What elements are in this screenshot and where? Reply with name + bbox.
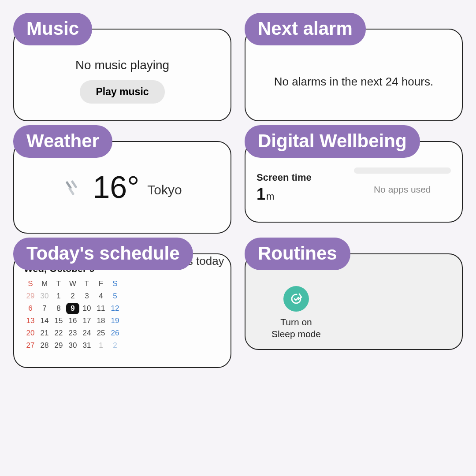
sleep-mode-icon — [283, 286, 309, 312]
calendar-weekday-header: T — [52, 278, 65, 290]
calendar-day[interactable]: 20 — [24, 327, 37, 339]
calendar-day[interactable]: 12 — [108, 303, 122, 314]
screen-time-value: 1m — [257, 185, 354, 204]
calendar-day[interactable]: 7 — [38, 303, 51, 314]
screen-time-unit: m — [266, 191, 274, 202]
music-widget: Music No music playing Play music — [13, 29, 231, 121]
routines-widget: Routines Turn on Sleep mode — [245, 253, 463, 368]
calendar-day[interactable]: 16 — [66, 315, 79, 327]
calendar-day[interactable]: 19 — [108, 315, 122, 327]
calendar-day[interactable]: 1 — [94, 340, 108, 351]
calendar-day[interactable]: 8 — [52, 303, 65, 314]
calendar-day[interactable]: 29 — [52, 340, 65, 351]
weather-temperature: 16° — [93, 170, 139, 205]
wellbeing-title-pill: Digital Wellbeing — [245, 125, 420, 158]
calendar-day[interactable]: 2 — [108, 340, 122, 351]
music-title-pill: Music — [13, 13, 92, 45]
rain-icon — [63, 176, 85, 198]
widget-grid: Music No music playing Play music Next a… — [0, 0, 476, 381]
weather-title-pill: Weather — [13, 125, 112, 158]
schedule-widget: Today's schedule Wed, October 9 SMTWTFS2… — [13, 253, 231, 368]
calendar-day[interactable]: 24 — [80, 327, 93, 339]
routine-sleep-mode[interactable]: Turn on Sleep mode — [259, 286, 334, 340]
calendar-day[interactable]: 2 — [66, 290, 79, 302]
calendar-day[interactable]: 17 — [80, 315, 93, 327]
calendar-weekday-header: S — [24, 278, 37, 290]
calendar-weekday-header: M — [38, 278, 51, 290]
svg-line-0 — [67, 182, 71, 188]
calendar-day[interactable]: 10 — [80, 303, 93, 314]
svg-line-1 — [72, 182, 76, 187]
calendar-day[interactable]: 29 — [24, 290, 37, 302]
music-status-text: No music playing — [75, 58, 169, 72]
routine-label-line2: Sleep mode — [271, 329, 321, 339]
calendar-day[interactable]: 30 — [66, 340, 79, 351]
calendar-day[interactable]: 6 — [24, 303, 37, 314]
routine-label: Turn on Sleep mode — [271, 316, 321, 340]
schedule-title-pill: Today's schedule — [13, 238, 193, 270]
screen-time-label: Screen time — [257, 172, 354, 183]
calendar-day[interactable]: 13 — [24, 315, 37, 327]
wellbeing-widget: Digital Wellbeing Screen time 1m No apps… — [245, 141, 463, 234]
calendar-day[interactable]: 30 — [38, 290, 51, 302]
calendar-day[interactable]: 22 — [52, 327, 65, 339]
calendar-day-today[interactable]: 9 — [66, 303, 79, 314]
calendar-day[interactable]: 11 — [94, 303, 108, 314]
calendar-day[interactable]: 27 — [24, 340, 37, 351]
no-apps-text: No apps used — [374, 184, 431, 195]
calendar-weekday-header: W — [66, 278, 79, 290]
calendar-day[interactable]: 28 — [38, 340, 51, 351]
usage-bar — [354, 167, 451, 174]
calendar-weekday-header: T — [80, 278, 93, 290]
schedule-card[interactable]: Wed, October 9 SMTWTFS293012345678910111… — [13, 253, 231, 368]
calendar-day[interactable]: 25 — [94, 327, 108, 339]
wellbeing-left: Screen time 1m — [257, 172, 354, 204]
calendar-day[interactable]: 4 — [94, 290, 108, 302]
calendar-grid[interactable]: SMTWTFS293012345678910111213141516171819… — [24, 278, 129, 351]
wellbeing-right: No apps used — [354, 172, 451, 195]
calendar-day[interactable]: 18 — [94, 315, 108, 327]
play-music-button[interactable]: Play music — [80, 80, 164, 104]
calendar-day[interactable]: 31 — [80, 340, 93, 351]
calendar-day[interactable]: 21 — [38, 327, 51, 339]
routines-title-pill: Routines — [245, 238, 350, 270]
calendar-day[interactable]: 1 — [52, 290, 65, 302]
calendar-weekday-header: F — [94, 278, 108, 290]
svg-line-2 — [70, 189, 73, 194]
calendar-day[interactable]: 15 — [52, 315, 65, 327]
alarm-title-pill: Next alarm — [245, 13, 366, 45]
weather-city: Tokyo — [147, 182, 182, 197]
calendar-weekday-header: S — [108, 278, 122, 290]
alarm-message: No alarms in the next 24 hours. — [274, 75, 433, 89]
calendar-day[interactable]: 23 — [66, 327, 79, 339]
alarm-widget: Next alarm No alarms in the next 24 hour… — [245, 29, 463, 121]
weather-widget: Weather 16° Tokyo — [13, 141, 231, 234]
routine-label-line1: Turn on — [280, 317, 312, 327]
calendar-day[interactable]: 5 — [108, 290, 122, 302]
calendar-day[interactable]: 3 — [80, 290, 93, 302]
calendar-day[interactable]: 14 — [38, 315, 51, 327]
screen-time-number: 1 — [257, 185, 265, 203]
calendar-day[interactable]: 26 — [108, 327, 122, 339]
